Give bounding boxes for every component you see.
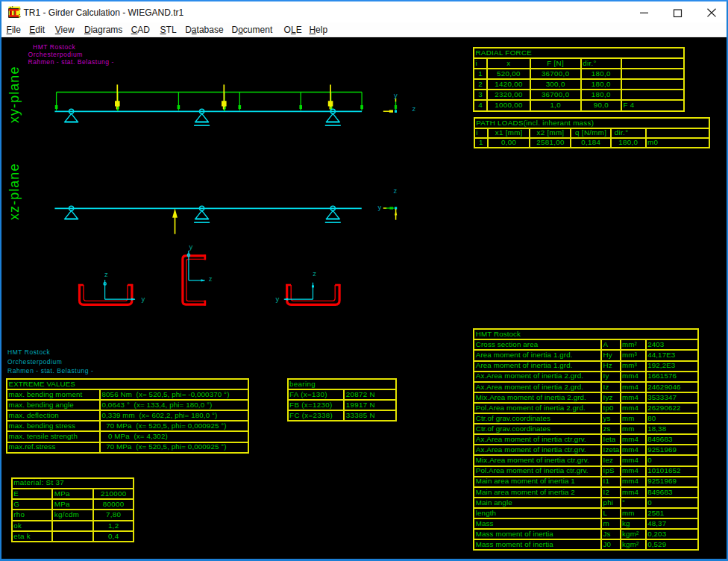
svg-text:z: z (209, 275, 213, 283)
svg-text:y: y (394, 91, 398, 99)
svg-text:y: y (189, 242, 193, 251)
svg-text:z: z (394, 187, 398, 195)
svg-text:y: y (276, 295, 280, 303)
svg-text:z: z (412, 104, 416, 113)
svg-text:y: y (142, 295, 145, 303)
svg-text:z: z (104, 270, 108, 278)
svg-text:y: y (378, 203, 382, 211)
svg-text:z: z (313, 269, 316, 278)
